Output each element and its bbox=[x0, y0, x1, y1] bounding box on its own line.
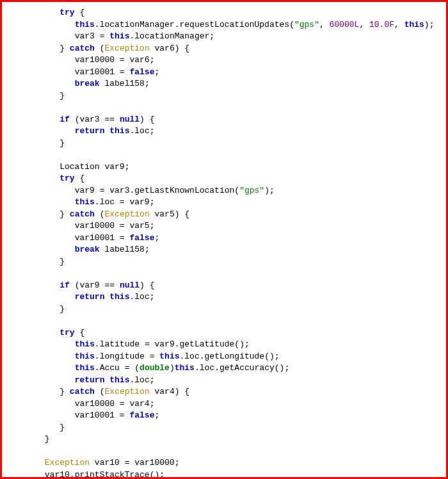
line: Exception var10 = var10000; bbox=[15, 458, 180, 467]
line: var10000 = var6; bbox=[15, 55, 154, 65]
line: if (var9 == null) { bbox=[15, 280, 155, 290]
line: this.locationManager.requestLocationUpda… bbox=[15, 20, 434, 29]
line: this.Accu = (double)this.loc.getAccuracy… bbox=[15, 363, 289, 373]
blank-line bbox=[15, 446, 20, 456]
line: } bbox=[15, 138, 65, 148]
blank-line bbox=[15, 150, 20, 159]
line: var10000 = var4; bbox=[15, 399, 154, 409]
line: Location var9; bbox=[15, 162, 129, 172]
blank-line bbox=[15, 102, 20, 112]
line: } bbox=[15, 434, 50, 444]
line: return this.loc; bbox=[15, 375, 155, 385]
blank-line bbox=[15, 316, 20, 325]
line: break label158; bbox=[15, 79, 150, 88]
line: var10000 = var5; bbox=[15, 221, 154, 231]
line: var10.printStackTrace(); bbox=[15, 470, 164, 480]
line: } bbox=[15, 257, 65, 266]
code-frame: try { this.locationManager.requestLocati… bbox=[0, 0, 448, 479]
line: var10001 = false; bbox=[15, 410, 159, 420]
line: } bbox=[15, 91, 65, 101]
blank-line bbox=[15, 268, 20, 278]
line: this.latitude = var9.getLatitude(); bbox=[15, 339, 250, 349]
line: var3 = this.locationManager; bbox=[15, 31, 214, 41]
line: } bbox=[15, 423, 65, 432]
line: try { bbox=[15, 328, 84, 337]
line: this.longitude = this.loc.getLongitude()… bbox=[15, 352, 280, 361]
line: break label158; bbox=[15, 245, 150, 254]
line: var9 = var3.getLastKnownLocation("gps"); bbox=[15, 186, 275, 195]
code-block: try { this.locationManager.requestLocati… bbox=[15, 7, 433, 479]
line: try { bbox=[15, 8, 84, 17]
line: } catch (Exception var4) { bbox=[15, 387, 189, 396]
line: } catch (Exception var5) { bbox=[15, 209, 189, 219]
line: } bbox=[15, 304, 65, 314]
line: var10001 = false; bbox=[15, 67, 159, 77]
line: if (var3 == null) { bbox=[15, 115, 155, 124]
line: this.loc = var9; bbox=[15, 197, 155, 207]
line: var10001 = false; bbox=[15, 233, 159, 243]
line: } catch (Exception var6) { bbox=[15, 44, 189, 53]
line: try { bbox=[15, 174, 84, 183]
line: return this.loc; bbox=[15, 126, 155, 136]
line: return this.loc; bbox=[15, 292, 155, 302]
